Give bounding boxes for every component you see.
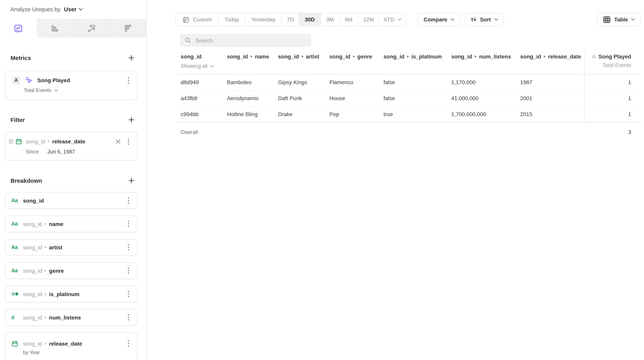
breakdown-item-name[interactable]: Aa song_id name	[5, 215, 138, 232]
kebab-menu-icon[interactable]	[125, 266, 132, 275]
breakdown-item-is-platinum[interactable]: song_id is_platinum	[5, 286, 138, 302]
filter-condition[interactable]: Since Jun 6, 1987	[26, 149, 132, 155]
kebab-menu-icon[interactable]	[125, 290, 132, 298]
string-type-icon: Aa	[11, 268, 20, 273]
filter-card-row: song_id release_date	[9, 137, 132, 146]
chevron-down-icon	[79, 8, 83, 11]
tab-funnels[interactable]	[36, 19, 73, 38]
results-table: song_id Showing all song_idname song_ida…	[176, 50, 641, 141]
add-filter-button[interactable]	[127, 115, 136, 124]
kebab-menu-icon[interactable]	[125, 196, 132, 205]
breadcrumb-arrow-icon	[45, 342, 46, 344]
date-range-7d[interactable]: 7D	[282, 13, 299, 26]
add-breakdown-button[interactable]	[127, 176, 136, 185]
metric-value: 1	[584, 74, 639, 90]
aggregation-selector[interactable]: Total Events	[24, 87, 132, 93]
compare-button[interactable]: Compare	[418, 13, 460, 26]
remove-filter-button[interactable]	[114, 138, 122, 145]
breadcrumb-arrow-icon	[544, 55, 545, 58]
kebab-menu-icon[interactable]	[125, 339, 132, 348]
filter-property: song_id release_date	[26, 138, 85, 145]
breadcrumb-arrow-icon	[45, 223, 46, 225]
column-header-song-id[interactable]: song_id Showing all	[176, 50, 227, 74]
column-header-release-date[interactable]: song_idrelease_date	[520, 50, 584, 74]
column-header-genre[interactable]: song_idgenre	[330, 50, 384, 74]
kebab-menu-icon[interactable]	[125, 243, 132, 251]
filter-section-header: Filter	[5, 115, 138, 124]
date-range-3m[interactable]: 3M	[320, 13, 339, 26]
report-toolbar: Custom Today Yesterday 7D 30D 3M 6M 12M …	[175, 13, 641, 26]
search-input[interactable]	[195, 37, 306, 44]
filter-card[interactable]: song_id release_date Since Jun 6, 1987	[5, 132, 138, 161]
plus-icon	[128, 177, 134, 183]
date-range-6m[interactable]: 6M	[339, 13, 358, 26]
metric-card[interactable]: A Song Played	[5, 71, 138, 100]
breakdown-item-song-id[interactable]: Aa song_id	[5, 192, 138, 209]
breakdown-item-artist[interactable]: Aa song_id artist	[5, 239, 138, 256]
event-spark-cursor-icon	[25, 76, 33, 84]
plus-icon	[128, 117, 134, 123]
kebab-menu-icon[interactable]	[125, 137, 132, 146]
sidebar-sections: Metrics A	[0, 38, 146, 360]
metrics-section-header: Metrics	[5, 53, 138, 62]
chevron-down-icon	[450, 18, 454, 21]
view-type-button[interactable]: Table	[597, 13, 641, 26]
breadcrumb-arrow-icon	[250, 55, 252, 58]
entity-value: User	[64, 6, 76, 13]
breakdown-item-num-listens[interactable]: # song_id num_listens	[5, 309, 138, 326]
drag-handle-icon[interactable]	[9, 140, 13, 143]
breadcrumb-arrow-icon	[45, 269, 46, 272]
column-header-is-platinum[interactable]: song_idis_platinum	[384, 50, 451, 74]
tab-insights[interactable]	[0, 19, 36, 38]
aggregation-value: Total Events	[24, 87, 52, 93]
date-range-30d[interactable]: 30D	[299, 13, 320, 26]
date-range-yesterday[interactable]: Yesterday	[245, 13, 282, 26]
string-type-icon: Aa	[11, 244, 20, 250]
column-header-metric[interactable]: A Song Played Total Events	[584, 50, 639, 74]
report-type-tabs	[0, 19, 146, 38]
date-range-custom[interactable]: Custom	[176, 13, 218, 26]
showing-all-selector[interactable]: Showing all	[181, 63, 227, 69]
breadcrumb-arrow-icon	[475, 55, 476, 58]
column-header-artist[interactable]: song_idartist	[278, 50, 330, 74]
breadcrumb-arrow-icon	[45, 246, 46, 248]
kebab-menu-icon[interactable]	[125, 220, 132, 228]
kebab-menu-icon[interactable]	[125, 76, 132, 85]
column-header-num-listens[interactable]: song_idnum_listens	[451, 50, 520, 74]
overall-label: Overall	[176, 123, 227, 141]
table-row[interactable]: d8d949 Bamboleo Gipsy Kings Flamenco fal…	[176, 74, 641, 90]
breadcrumb-arrow-icon	[407, 55, 409, 58]
breadcrumb-arrow-icon	[302, 55, 303, 58]
calendar-icon	[11, 340, 20, 347]
calendar-icon	[15, 138, 22, 145]
table-search[interactable]	[180, 34, 311, 47]
chevron-down-icon	[54, 89, 58, 91]
entity-selector[interactable]: User	[64, 6, 83, 13]
date-range-12m[interactable]: 12M	[358, 13, 379, 26]
funnels-bar-chart-icon	[50, 24, 60, 33]
tab-retention[interactable]	[110, 19, 146, 38]
breadcrumb-arrow-icon	[48, 140, 50, 143]
breakdown-section-header: Breakdown	[5, 176, 138, 185]
analyze-header: Analyze Uniques by User	[0, 0, 146, 19]
retention-dots-icon	[124, 24, 133, 33]
tab-flows[interactable]	[73, 19, 110, 38]
breakdown-item-release-date[interactable]: song_id release_date by Year	[5, 332, 138, 360]
add-metric-button[interactable]	[127, 53, 136, 62]
filter-value: Jun 6, 1987	[48, 149, 75, 155]
column-header-name[interactable]: song_idname	[227, 50, 278, 74]
breakdown-title: Breakdown	[10, 177, 42, 184]
metric-event-name: Song Played	[38, 77, 70, 83]
query-builder-sidebar: Analyze Uniques by User	[0, 0, 147, 360]
metric-aggregation: Total Events	[602, 62, 631, 68]
breadcrumb-arrow-icon	[45, 316, 46, 318]
table-row[interactable]: c994bb Hotline Bling Drake Pop true 1,70…	[176, 106, 641, 122]
breakdown-item-genre[interactable]: Aa song_id genre	[5, 262, 138, 279]
close-icon	[116, 139, 120, 144]
date-range-xtd[interactable]: XTD	[379, 13, 405, 26]
date-range-today[interactable]: Today	[218, 13, 245, 26]
breakdown-modifier[interactable]: by Year	[23, 349, 132, 355]
kebab-menu-icon[interactable]	[125, 313, 132, 322]
sort-button[interactable]: Sort	[464, 13, 504, 26]
table-row[interactable]: a43fb8 Aerodynamic Daft Punk House false…	[176, 90, 641, 106]
